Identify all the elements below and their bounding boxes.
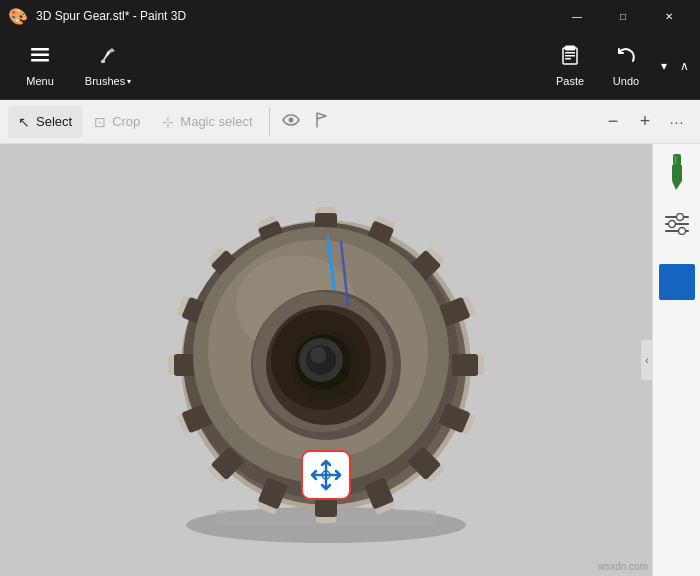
minimize-icon: —	[572, 11, 582, 22]
undo-button[interactable]: Undo	[600, 36, 652, 96]
svg-point-9	[288, 117, 293, 122]
sidebar: ‹	[652, 144, 700, 576]
app-icon: 🎨	[8, 7, 28, 26]
collapse-icon: ∧	[680, 59, 689, 73]
expand-icon: ▾	[661, 59, 667, 73]
titlebar-left: 🎨 3D Spur Gear.stl* - Paint 3D	[8, 7, 186, 26]
crop-icon: ⊡	[94, 114, 106, 130]
svg-rect-1	[31, 54, 49, 57]
paste-button[interactable]: Paste	[544, 36, 596, 96]
svg-point-69	[668, 221, 675, 228]
magic-select-label: Magic select	[180, 114, 252, 129]
select-button[interactable]: ↖ Select	[8, 106, 82, 138]
menu-icon	[29, 44, 51, 71]
close-button[interactable]: ✕	[646, 0, 692, 32]
svg-rect-3	[101, 60, 105, 63]
more-button[interactable]: ···	[662, 107, 692, 137]
svg-point-71	[678, 228, 685, 235]
marker-tool[interactable]	[657, 152, 697, 192]
more-icon: ···	[670, 114, 685, 130]
watermark: wsxdn.com	[598, 561, 648, 572]
svg-rect-64	[672, 165, 682, 181]
titlebar-title: 3D Spur Gear.stl* - Paint 3D	[36, 9, 186, 23]
flag-icon	[314, 111, 332, 133]
menu-button[interactable]: Menu	[8, 36, 72, 96]
color-swatch[interactable]	[659, 264, 695, 300]
settings-tool[interactable]	[657, 204, 697, 244]
menu-label: Menu	[26, 75, 54, 87]
svg-rect-65	[674, 156, 677, 164]
zoom-in-button[interactable]: +	[630, 107, 660, 137]
brushes-icon	[97, 44, 119, 71]
commandbar: ↖ Select ⊡ Crop ⊹ Magic select − + ···	[0, 100, 700, 144]
svg-rect-2	[31, 59, 49, 62]
minimize-button[interactable]: —	[554, 0, 600, 32]
collapse-arrow-icon: ‹	[645, 355, 648, 366]
svg-rect-0	[31, 48, 49, 51]
brushes-label: Brushes ▾	[85, 75, 131, 87]
titlebar: 🎨 3D Spur Gear.stl* - Paint 3D — □ ✕	[0, 0, 700, 32]
select-label: Select	[36, 114, 72, 129]
panorama-button[interactable]	[276, 107, 306, 137]
main: wsxdn.com ‹	[0, 144, 700, 576]
paste-label: Paste	[556, 75, 584, 87]
flag-button[interactable]	[308, 107, 338, 137]
paste-icon	[559, 44, 581, 71]
canvas-area[interactable]: wsxdn.com	[0, 144, 652, 576]
undo-icon	[615, 44, 637, 71]
svg-rect-7	[565, 55, 575, 57]
magic-select-icon: ⊹	[162, 114, 174, 130]
plus-icon: +	[640, 111, 651, 132]
magic-select-button[interactable]: ⊹ Magic select	[152, 106, 262, 138]
svg-rect-35	[452, 354, 478, 376]
close-icon: ✕	[665, 11, 673, 22]
panorama-icon	[281, 112, 301, 132]
brushes-button[interactable]: Brushes ▾	[76, 36, 140, 96]
toolbar-collapse-button[interactable]: ∧	[676, 36, 692, 96]
svg-point-67	[676, 214, 683, 221]
titlebar-controls: — □ ✕	[554, 0, 692, 32]
undo-label: Undo	[613, 75, 639, 87]
svg-point-58	[310, 347, 326, 363]
select-icon: ↖	[18, 114, 30, 130]
svg-rect-6	[565, 52, 575, 54]
commandbar-divider	[269, 108, 270, 136]
svg-rect-8	[565, 58, 571, 60]
maximize-icon: □	[620, 11, 626, 22]
crop-label: Crop	[112, 114, 140, 129]
zoom-out-button[interactable]: −	[598, 107, 628, 137]
toolbar: Menu Brushes ▾ Paste	[0, 32, 700, 100]
toolbar-expand-button[interactable]: ▾	[656, 36, 672, 96]
minus-icon: −	[608, 111, 619, 132]
maximize-button[interactable]: □	[600, 0, 646, 32]
gear-container	[0, 144, 652, 576]
sidebar-collapse-button[interactable]: ‹	[641, 340, 653, 380]
crop-button[interactable]: ⊡ Crop	[84, 106, 150, 138]
